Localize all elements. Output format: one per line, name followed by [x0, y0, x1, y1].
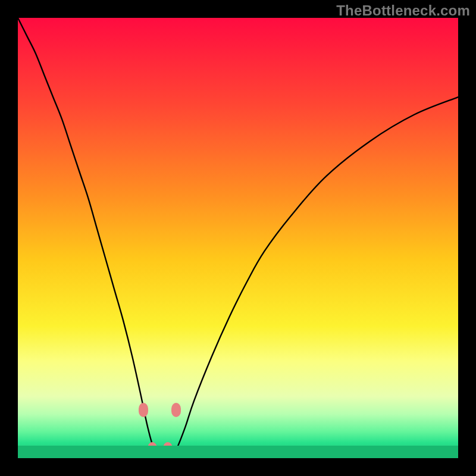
- marker-right-shoulder: [171, 403, 181, 417]
- plot-area: [18, 18, 458, 458]
- marker-left-shoulder: [139, 403, 148, 417]
- chart-frame: TheBottleneck.com: [0, 0, 476, 476]
- bottom-green-bar: [18, 446, 458, 458]
- watermark-text: TheBottleneck.com: [336, 2, 470, 19]
- bottleneck-curve: [18, 18, 458, 458]
